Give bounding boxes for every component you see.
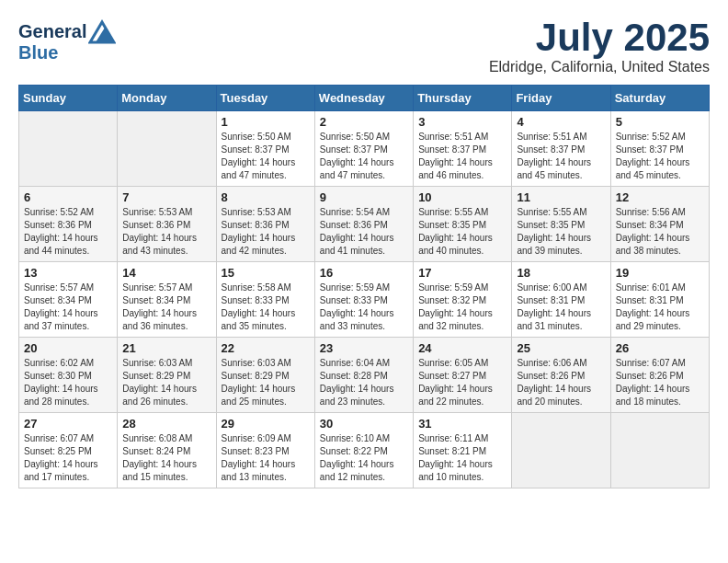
weekday-header-sunday: Sunday: [19, 86, 118, 111]
day-detail: Sunrise: 6:04 AM Sunset: 8:28 PM Dayligh…: [320, 357, 408, 408]
day-detail: Sunrise: 5:59 AM Sunset: 8:32 PM Dayligh…: [418, 282, 506, 333]
calendar-cell: 2Sunrise: 5:50 AM Sunset: 8:37 PM Daylig…: [314, 111, 413, 187]
day-number: 22: [222, 341, 310, 355]
calendar-cell: 14Sunrise: 5:57 AM Sunset: 8:34 PM Dayli…: [118, 262, 216, 338]
calendar-cell: 26Sunrise: 6:07 AM Sunset: 8:26 PM Dayli…: [610, 338, 709, 413]
calendar-cell: [19, 111, 118, 187]
day-detail: Sunrise: 5:54 AM Sunset: 8:36 PM Dayligh…: [320, 206, 408, 258]
logo: General Blue: [18, 18, 116, 63]
weekday-header-wednesday: Wednesday: [314, 86, 413, 111]
day-detail: Sunrise: 6:02 AM Sunset: 8:30 PM Dayligh…: [24, 357, 112, 408]
calendar-cell: 20Sunrise: 6:02 AM Sunset: 8:30 PM Dayli…: [19, 338, 118, 413]
calendar-cell: 10Sunrise: 5:55 AM Sunset: 8:35 PM Dayli…: [414, 187, 512, 262]
day-number: 31: [418, 417, 506, 431]
calendar-cell: 19Sunrise: 6:01 AM Sunset: 8:31 PM Dayli…: [610, 262, 709, 338]
day-detail: Sunrise: 6:05 AM Sunset: 8:27 PM Dayligh…: [418, 357, 506, 408]
day-number: 12: [616, 190, 704, 204]
day-detail: Sunrise: 5:51 AM Sunset: 8:37 PM Dayligh…: [517, 131, 605, 182]
calendar-cell: 13Sunrise: 5:57 AM Sunset: 8:34 PM Dayli…: [19, 262, 118, 338]
week-row-3: 13Sunrise: 5:57 AM Sunset: 8:34 PM Dayli…: [19, 262, 710, 338]
calendar-cell: 6Sunrise: 5:52 AM Sunset: 8:36 PM Daylig…: [19, 187, 118, 262]
day-detail: Sunrise: 5:55 AM Sunset: 8:35 PM Dayligh…: [418, 206, 506, 258]
calendar-table: SundayMondayTuesdayWednesdayThursdayFrid…: [18, 85, 710, 488]
day-detail: Sunrise: 6:07 AM Sunset: 8:25 PM Dayligh…: [24, 432, 112, 484]
day-number: 13: [24, 266, 112, 280]
day-number: 28: [122, 417, 210, 431]
calendar-cell: 25Sunrise: 6:06 AM Sunset: 8:26 PM Dayli…: [512, 338, 610, 413]
calendar-cell: 7Sunrise: 5:53 AM Sunset: 8:36 PM Daylig…: [118, 187, 216, 262]
day-number: 4: [517, 115, 605, 129]
day-detail: Sunrise: 5:55 AM Sunset: 8:35 PM Dayligh…: [517, 206, 605, 258]
calendar-cell: [118, 111, 216, 187]
day-detail: Sunrise: 5:51 AM Sunset: 8:37 PM Dayligh…: [418, 131, 506, 182]
calendar-cell: 27Sunrise: 6:07 AM Sunset: 8:25 PM Dayli…: [19, 413, 118, 488]
calendar-cell: [512, 413, 610, 488]
calendar-cell: 1Sunrise: 5:50 AM Sunset: 8:37 PM Daylig…: [216, 111, 314, 187]
day-detail: Sunrise: 6:07 AM Sunset: 8:26 PM Dayligh…: [616, 357, 704, 408]
calendar-cell: 12Sunrise: 5:56 AM Sunset: 8:34 PM Dayli…: [610, 187, 709, 262]
week-row-4: 20Sunrise: 6:02 AM Sunset: 8:30 PM Dayli…: [19, 338, 710, 413]
logo-text-general: General: [18, 22, 86, 40]
calendar-cell: 18Sunrise: 6:00 AM Sunset: 8:31 PM Dayli…: [512, 262, 610, 338]
day-detail: Sunrise: 6:10 AM Sunset: 8:22 PM Dayligh…: [320, 432, 408, 484]
day-number: 15: [222, 266, 310, 280]
calendar-cell: 11Sunrise: 5:55 AM Sunset: 8:35 PM Dayli…: [512, 187, 610, 262]
day-detail: Sunrise: 6:01 AM Sunset: 8:31 PM Dayligh…: [616, 282, 704, 333]
day-detail: Sunrise: 5:50 AM Sunset: 8:37 PM Dayligh…: [320, 131, 408, 182]
weekday-header-tuesday: Tuesday: [216, 86, 314, 111]
day-number: 20: [24, 341, 112, 355]
calendar-cell: 23Sunrise: 6:04 AM Sunset: 8:28 PM Dayli…: [314, 338, 413, 413]
day-number: 24: [418, 341, 506, 355]
day-number: 14: [122, 266, 210, 280]
day-number: 21: [122, 341, 210, 355]
day-number: 23: [320, 341, 408, 355]
day-detail: Sunrise: 6:11 AM Sunset: 8:21 PM Dayligh…: [418, 432, 506, 484]
day-detail: Sunrise: 5:52 AM Sunset: 8:37 PM Dayligh…: [616, 131, 704, 182]
calendar-cell: 5Sunrise: 5:52 AM Sunset: 8:37 PM Daylig…: [610, 111, 709, 187]
day-detail: Sunrise: 6:06 AM Sunset: 8:26 PM Dayligh…: [517, 357, 605, 408]
weekday-header-row: SundayMondayTuesdayWednesdayThursdayFrid…: [19, 86, 710, 111]
calendar-cell: 17Sunrise: 5:59 AM Sunset: 8:32 PM Dayli…: [414, 262, 512, 338]
calendar-cell: 24Sunrise: 6:05 AM Sunset: 8:27 PM Dayli…: [414, 338, 512, 413]
day-detail: Sunrise: 5:58 AM Sunset: 8:33 PM Dayligh…: [222, 282, 310, 333]
day-number: 9: [320, 190, 408, 204]
logo-icon: [88, 18, 116, 44]
day-detail: Sunrise: 6:08 AM Sunset: 8:24 PM Dayligh…: [122, 432, 210, 484]
day-detail: Sunrise: 5:56 AM Sunset: 8:34 PM Dayligh…: [616, 206, 704, 258]
calendar-cell: 15Sunrise: 5:58 AM Sunset: 8:33 PM Dayli…: [216, 262, 314, 338]
day-number: 11: [517, 190, 605, 204]
calendar-cell: 31Sunrise: 6:11 AM Sunset: 8:21 PM Dayli…: [414, 413, 512, 488]
day-number: 1: [222, 115, 310, 129]
week-row-5: 27Sunrise: 6:07 AM Sunset: 8:25 PM Dayli…: [19, 413, 710, 488]
day-number: 10: [418, 190, 506, 204]
calendar-cell: 21Sunrise: 6:03 AM Sunset: 8:29 PM Dayli…: [118, 338, 216, 413]
day-detail: Sunrise: 6:09 AM Sunset: 8:23 PM Dayligh…: [222, 432, 310, 484]
page-header: General Blue July 2025 Eldridge, Califor…: [18, 18, 710, 75]
day-detail: Sunrise: 6:00 AM Sunset: 8:31 PM Dayligh…: [517, 282, 605, 333]
day-number: 18: [517, 266, 605, 280]
day-number: 30: [320, 417, 408, 431]
calendar-cell: 16Sunrise: 5:59 AM Sunset: 8:33 PM Dayli…: [314, 262, 413, 338]
calendar-cell: 30Sunrise: 6:10 AM Sunset: 8:22 PM Dayli…: [314, 413, 413, 488]
day-number: 19: [616, 266, 704, 280]
day-number: 2: [320, 115, 408, 129]
day-detail: Sunrise: 5:57 AM Sunset: 8:34 PM Dayligh…: [122, 282, 210, 333]
weekday-header-monday: Monday: [118, 86, 216, 111]
day-number: 27: [24, 417, 112, 431]
day-number: 16: [320, 266, 408, 280]
calendar-cell: 3Sunrise: 5:51 AM Sunset: 8:37 PM Daylig…: [414, 111, 512, 187]
day-number: 6: [24, 190, 112, 204]
day-detail: Sunrise: 6:03 AM Sunset: 8:29 PM Dayligh…: [122, 357, 210, 408]
calendar-cell: [610, 413, 709, 488]
day-number: 29: [222, 417, 310, 431]
day-detail: Sunrise: 5:52 AM Sunset: 8:36 PM Dayligh…: [24, 206, 112, 258]
day-number: 8: [222, 190, 310, 204]
weekday-header-friday: Friday: [512, 86, 610, 111]
day-detail: Sunrise: 5:53 AM Sunset: 8:36 PM Dayligh…: [222, 206, 310, 258]
calendar-cell: 4Sunrise: 5:51 AM Sunset: 8:37 PM Daylig…: [512, 111, 610, 187]
day-number: 17: [418, 266, 506, 280]
day-detail: Sunrise: 5:53 AM Sunset: 8:36 PM Dayligh…: [122, 206, 210, 258]
week-row-1: 1Sunrise: 5:50 AM Sunset: 8:37 PM Daylig…: [19, 111, 710, 187]
calendar-cell: 29Sunrise: 6:09 AM Sunset: 8:23 PM Dayli…: [216, 413, 314, 488]
day-number: 5: [616, 115, 704, 129]
